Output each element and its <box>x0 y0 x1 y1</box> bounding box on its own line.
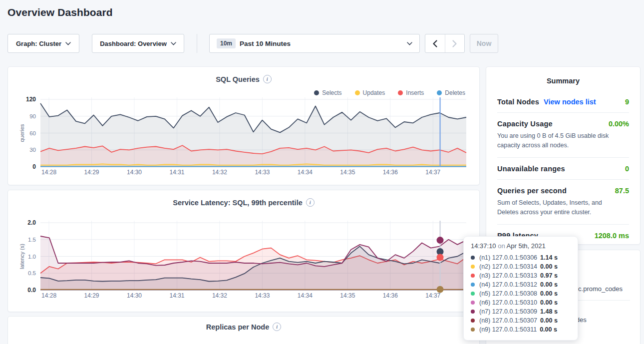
svg-text:14:28: 14:28 <box>41 292 56 299</box>
tooltip-row: (n8) 127.0.0.1:503070.00 s <box>471 316 571 325</box>
svg-text:90: 90 <box>29 113 36 119</box>
time-range-label: Past 10 Minutes <box>240 40 291 47</box>
now-button-label: Now <box>477 39 492 47</box>
tooltip-node-value: 0.00 s <box>540 326 557 333</box>
node-color-dot <box>471 274 475 278</box>
svg-text:14:32: 14:32 <box>212 169 227 176</box>
summary-row: Unavailable ranges0 <box>497 158 629 180</box>
svg-text:14:34: 14:34 <box>298 169 313 176</box>
summary-value: 0 <box>625 165 629 173</box>
dashboard-dropdown-label: Dashboard: Overview <box>100 40 167 47</box>
svg-text:14:33: 14:33 <box>255 169 270 176</box>
svg-text:1.5: 1.5 <box>28 237 36 243</box>
tooltip-node-label: (n5) 127.0.0.1:50308 <box>479 290 537 297</box>
tooltip-node-label: (n3) 127.0.0.1:50313 <box>479 272 537 279</box>
time-nav-buttons <box>425 34 465 53</box>
summary-rows: Total NodesView nodes list9Capacity Usag… <box>486 85 640 246</box>
summary-value: 87.5 <box>615 187 629 195</box>
time-next-button[interactable] <box>445 34 465 52</box>
svg-text:14:32: 14:32 <box>212 292 227 299</box>
dashboard-dropdown[interactable]: Dashboard: Overview <box>92 34 184 53</box>
node-color-dot <box>471 319 475 323</box>
summary-value: 0.00% <box>609 120 629 128</box>
node-color-dot <box>471 283 475 287</box>
controls-divider <box>197 34 197 53</box>
svg-text:30: 30 <box>29 147 36 153</box>
page-title: Overview Dashboard <box>7 6 113 18</box>
svg-text:120: 120 <box>26 96 36 103</box>
view-nodes-list-link[interactable]: View nodes list <box>544 98 596 106</box>
time-range-badge: 10m <box>217 38 236 48</box>
tooltip-time: 14:37:10 <box>471 242 496 250</box>
svg-text:0.0: 0.0 <box>27 287 36 294</box>
info-icon[interactable]: i <box>273 323 281 331</box>
summary-label: Queries per second <box>497 187 567 195</box>
tooltip-node-label: (n4) 127.0.0.1:50312 <box>479 281 537 288</box>
tooltip-node-label: (n9) 127.0.0.1:50311 <box>479 326 537 333</box>
svg-text:latency (s): latency (s) <box>19 244 25 269</box>
tooltip-node-value: 0.00 s <box>540 263 558 270</box>
svg-text:14:28: 14:28 <box>41 169 56 176</box>
tooltip-node-value: 1.14 s <box>540 254 558 261</box>
chevron-left-icon <box>433 40 437 47</box>
svg-text:14:36: 14:36 <box>383 292 398 299</box>
svg-text:14:33: 14:33 <box>255 292 270 299</box>
svg-text:14:37: 14:37 <box>425 292 440 299</box>
node-color-dot <box>471 256 475 260</box>
svg-text:queries: queries <box>19 124 25 142</box>
time-range-picker[interactable]: 10m Past 10 Minutes <box>209 34 420 53</box>
info-icon[interactable]: i <box>306 198 315 207</box>
tooltip-node-value: 0.00 s <box>540 299 558 306</box>
summary-value: 1208.0 ms <box>595 232 629 240</box>
svg-text:14:37: 14:37 <box>425 169 440 176</box>
tooltip-row: (n1) 127.0.0.1:503061.14 s <box>471 253 571 262</box>
graph-dropdown[interactable]: Graph: Cluster <box>7 34 79 53</box>
info-icon[interactable]: i <box>263 75 272 83</box>
svg-text:14:31: 14:31 <box>169 169 184 176</box>
tooltip-row: (n6) 127.0.0.1:503100.00 s <box>471 298 571 307</box>
tooltip-node-value: 0.00 s <box>540 281 558 288</box>
summary-label: Capacity Usage <box>497 120 553 128</box>
service-latency-title: Service Latency: SQL, 99th percentile <box>173 199 303 207</box>
chevron-down-icon <box>171 42 176 45</box>
service-latency-card: Service Latency: SQL, 99th percentile i … <box>7 190 480 312</box>
tooltip-row: (n4) 127.0.0.1:503120.00 s <box>471 280 571 289</box>
chevron-right-icon <box>452 40 457 47</box>
svg-text:0.5: 0.5 <box>28 270 36 276</box>
time-prev-button[interactable] <box>425 34 445 52</box>
sql-queries-card: SQL Queries i SelectsUpdatesInsertsDelet… <box>7 66 480 185</box>
summary-desc: Sum of Selects, Updates, Inserts, and De… <box>497 198 622 218</box>
tooltip-row: (n3) 127.0.0.1:503130.97 s <box>471 271 571 280</box>
service-latency-chart[interactable]: 0.00.51.01.52.014:2814:2914:3014:3114:32… <box>18 218 470 302</box>
svg-text:14:29: 14:29 <box>84 292 99 299</box>
overview-dashboard-page: Overview Dashboard Graph: Cluster Dashbo… <box>0 0 644 344</box>
svg-text:60: 60 <box>29 130 36 136</box>
summary-row: Queries per second87.5Sum of Selects, Up… <box>497 180 629 225</box>
tooltip-node-value: 0.00 s <box>540 290 558 297</box>
now-button[interactable]: Now <box>470 34 498 53</box>
svg-text:14:35: 14:35 <box>340 169 355 176</box>
tooltip-node-label: (n2) 127.0.0.1:50314 <box>479 263 537 270</box>
node-color-dot <box>471 292 475 296</box>
replicas-per-node-title: Replicas per Node <box>206 323 270 331</box>
tooltip-rows: (n1) 127.0.0.1:503061.14 s(n2) 127.0.0.1… <box>471 253 571 334</box>
chevron-down-icon <box>407 42 412 45</box>
summary-row: Total NodesView nodes list9 <box>497 91 629 113</box>
summary-label: Total Nodes <box>497 98 539 106</box>
node-color-dot <box>471 301 475 305</box>
svg-text:14:30: 14:30 <box>127 169 142 176</box>
svg-text:14:29: 14:29 <box>84 169 99 176</box>
svg-text:1.0: 1.0 <box>28 254 36 260</box>
tooltip-date: Apr 5th, 2021 <box>507 242 546 250</box>
svg-text:14:35: 14:35 <box>340 292 355 299</box>
sql-queries-chart[interactable]: 030609012014:2814:2914:3014:3114:3214:33… <box>18 94 470 178</box>
tooltip-node-label: (n1) 127.0.0.1:50306 <box>479 254 537 261</box>
tooltip-row: (n2) 127.0.0.1:503140.00 s <box>471 262 571 271</box>
svg-text:14:31: 14:31 <box>169 292 184 299</box>
summary-value: 9 <box>625 98 629 106</box>
tooltip-node-value: 1.48 s <box>540 308 558 315</box>
svg-text:14:34: 14:34 <box>298 292 313 299</box>
tooltip-node-value: 0.00 s <box>540 317 558 324</box>
replicas-per-node-card: Replicas per Node i <box>7 316 480 344</box>
tooltip-timestamp: 14:37:10 on Apr 5th, 2021 <box>471 242 571 250</box>
